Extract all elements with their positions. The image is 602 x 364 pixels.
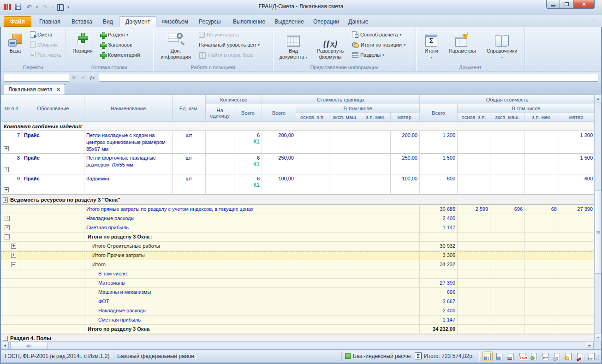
table-row[interactable]: Итого Строительные работы30 932+	[1, 242, 594, 251]
collapse-icon[interactable]: –	[3, 336, 8, 341]
expand-icon[interactable]: +	[3, 197, 8, 203]
scroll-down-icon[interactable]: ▼	[595, 334, 602, 341]
table-row[interactable]: –Раздел 4. Полы	[1, 334, 594, 341]
table-row[interactable]: Накладные расходы2 400	[1, 306, 594, 316]
view-doc-coins-icon[interactable]	[563, 352, 573, 361]
table-row[interactable]: Сметная прибыль1 147+	[1, 223, 594, 233]
collapse-icon[interactable]: –	[11, 262, 16, 267]
tab-file[interactable]: Файл	[4, 16, 31, 27]
table-row[interactable]: Итоги по разделу 3 Окна :–	[1, 233, 594, 242]
kommentariy-button[interactable]: Комментарий	[99, 50, 141, 60]
spravochniki-button[interactable]: Справочники▾	[482, 29, 522, 60]
column-header-mater[interactable]: матер.	[391, 113, 420, 122]
table-row[interactable]: Материалы27 390	[1, 279, 594, 288]
column-header-total_cost[interactable]: Общая стоимость	[420, 95, 594, 104]
tab-fizobem[interactable]: Физобъем	[156, 16, 194, 27]
status-calc-mode[interactable]: Баз.-индексный расчет	[353, 353, 412, 359]
column-header-unit[interactable]: Ед. изм.	[173, 95, 206, 122]
view-doc-tsn-icon[interactable]: ТСН	[517, 352, 527, 361]
expand-icon[interactable]: +	[11, 244, 16, 249]
table-row[interactable]: Итого по разделу 3 Окна34 232,00	[1, 325, 594, 334]
column-header-num[interactable]: № п.п	[1, 95, 22, 122]
confirm-icon[interactable]: ✓	[78, 75, 88, 81]
expand-icon[interactable]: +	[4, 187, 9, 192]
column-header-total[interactable]: Всего	[234, 104, 262, 122]
column-header-osn_zp[interactable]: основ. з.п.	[296, 113, 329, 122]
table-row[interactable]: +Ведомость ресурсов по разделу 3 "Окна"	[1, 195, 594, 205]
resize-grip[interactable]	[594, 355, 599, 361]
view-doc-table-icon[interactable]	[494, 352, 504, 361]
baza-button[interactable]: База	[3, 29, 27, 54]
scroll-up-icon[interactable]: ▲	[595, 95, 602, 102]
expand-icon[interactable]: +	[4, 146, 9, 151]
table-row[interactable]: Накладные расходы2 400+	[1, 214, 594, 223]
column-header-osn_zp[interactable]: основ. з.п.	[458, 113, 490, 122]
table-row[interactable]: Машины и механизмы696	[1, 288, 594, 297]
doc-tab-close-icon[interactable]: ✕	[56, 87, 60, 93]
table-row[interactable]: В том числе:	[1, 269, 594, 279]
parametry-button[interactable]: ☝ Параметры	[445, 29, 480, 54]
table-row[interactable]: 8ПрайсПетли форточные накладные размером…	[1, 154, 594, 174]
table-row[interactable]: Сметная прибыль1 147	[1, 316, 594, 325]
close-button[interactable]: ✕	[573, 0, 595, 9]
vid-dokumenta-button[interactable]: Вид документа ▾	[277, 29, 310, 60]
razvernut-formuly-button[interactable]: {ƒx} Развернуть формулы	[312, 29, 349, 60]
horizontal-scrollbar[interactable]: ◀ ▶	[1, 341, 594, 349]
view-doc-eraser-icon[interactable]	[552, 352, 562, 361]
fx-icon[interactable]: ƒx	[88, 75, 97, 80]
column-header-eksp_mash[interactable]: эксп. маш.	[329, 113, 361, 122]
column-header-including[interactable]: В том числе	[458, 104, 594, 113]
tab-operacii[interactable]: Операции	[307, 16, 345, 27]
tab-vstavka[interactable]: Вставка	[66, 16, 98, 27]
itogi-po-pozicii-button[interactable]: Итоги по позиции▾	[351, 40, 407, 49]
vertical-scrollbar[interactable]: ▲ ▼	[594, 95, 601, 341]
razdely-button[interactable]: Разделы▾	[351, 50, 386, 60]
zagolovok-button[interactable]: Заголовок	[99, 40, 133, 49]
collapse-icon[interactable]: –	[5, 234, 10, 239]
table-row[interactable]: Итого прямые затраты по разделу с учетом…	[1, 205, 594, 214]
scroll-left-icon[interactable]: ◀	[1, 342, 9, 349]
view-doc-flag-ru-icon[interactable]	[506, 352, 516, 361]
itogi-button[interactable]: Итоги▾	[419, 29, 444, 60]
column-header-total[interactable]: Всего	[420, 104, 458, 122]
sposob-rascheta-button[interactable]: Способ расчета▾	[351, 30, 403, 39]
smeta-button[interactable]: Смета	[29, 30, 54, 39]
poziciya-button[interactable]: Позиция	[69, 29, 96, 54]
table-row[interactable]: Итого34 232–	[1, 260, 594, 269]
column-header-eksp_mash[interactable]: эксп. маш.	[490, 113, 525, 122]
column-header-mater[interactable]: матер.	[559, 113, 594, 122]
column-header-zp_mekh[interactable]: з.п. мех.	[361, 113, 391, 122]
tab-glavnaya[interactable]: Главная	[33, 16, 66, 27]
name-box-input[interactable]	[4, 74, 69, 82]
table-row[interactable]: ФОТ2 667	[1, 297, 594, 306]
column-header-name[interactable]: Наименование	[84, 95, 173, 122]
view-doc-pencil-icon[interactable]	[575, 352, 585, 361]
expand-icon[interactable]: +	[11, 253, 16, 258]
vertical-scroll-thumb[interactable]	[595, 191, 602, 274]
tab-vid[interactable]: Вид	[97, 16, 119, 27]
cancel-icon[interactable]: ✕	[69, 75, 78, 81]
table-row[interactable]: Итого Прочие затраты3 300+	[1, 251, 594, 260]
minimize-button[interactable]	[546, 0, 560, 9]
column-header-total[interactable]: Всего	[262, 104, 296, 122]
horizontal-scroll-thumb[interactable]	[10, 342, 48, 349]
tab-resursy[interactable]: Ресурсы	[193, 16, 226, 27]
expand-icon[interactable]: +	[5, 225, 10, 230]
maximize-button[interactable]	[560, 0, 573, 9]
collapse-ribbon-icon[interactable]: ⌃	[592, 19, 596, 24]
column-header-justification[interactable]: Обоснование	[22, 95, 84, 122]
table-row[interactable]: Комплект скобяных изделий	[1, 122, 594, 131]
table-row[interactable]: 7ПрайсПетли накладные с ходом на центрах…	[1, 131, 594, 154]
column-header-zp_mekh[interactable]: з.п. мех.	[525, 113, 559, 122]
nachalnyy-uroven-cen-button[interactable]: Начальный уровень цен▾	[197, 40, 261, 49]
tab-dannye[interactable]: Данные	[342, 16, 374, 27]
view-doc-clock-icon[interactable]	[529, 352, 539, 361]
expand-icon[interactable]: +	[4, 167, 9, 172]
formula-input[interactable]	[99, 74, 598, 82]
razdel-button[interactable]: Раздел▾	[99, 30, 130, 39]
tab-dokument[interactable]: Документ	[119, 16, 156, 27]
column-header-quantity[interactable]: Количество	[206, 95, 262, 104]
doc-tab-lokalnaya-smeta[interactable]: Локальная смета ✕	[4, 84, 65, 95]
view-doc-grid-icon[interactable]	[483, 352, 493, 361]
tab-vypolnenie[interactable]: Выполнение	[227, 16, 271, 27]
